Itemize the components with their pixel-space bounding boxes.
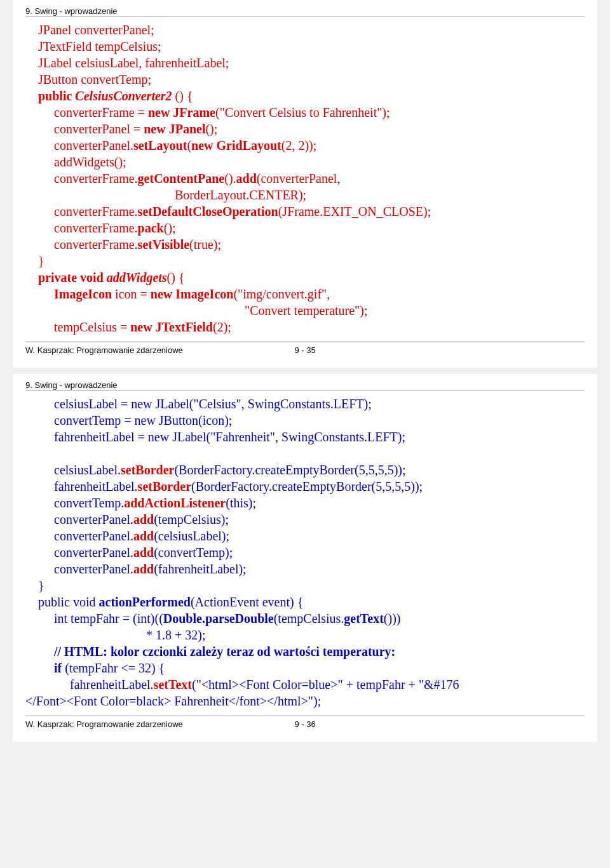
method: setDefaultCloseOperation bbox=[138, 204, 278, 218]
keyword: new ImageIcon bbox=[151, 287, 234, 301]
method: pack bbox=[138, 221, 164, 235]
keyword: if bbox=[54, 661, 62, 675]
method: getText bbox=[344, 611, 384, 625]
code-text: converterPanel. bbox=[54, 512, 133, 526]
class-name: CelsiusConverter2 bbox=[75, 89, 172, 103]
code-line: converterFrame = new JFrame("Convert Cel… bbox=[38, 104, 585, 121]
code-line: converterFrame.pack(); bbox=[38, 220, 585, 236]
code-line: int tempFahr = (int)((Double.parseDouble… bbox=[38, 610, 585, 627]
code-line: * 1.8 + 32); bbox=[38, 627, 585, 643]
code-text: (JFrame.EXIT_ON_CLOSE); bbox=[278, 204, 431, 218]
keyword: new JTextField bbox=[130, 320, 213, 334]
footer-author: W. Kasprzak: Programowanie zdarzeniowe bbox=[25, 345, 183, 355]
footer-author: W. Kasprzak: Programowanie zdarzeniowe bbox=[25, 719, 183, 729]
code-text: icon = bbox=[112, 287, 151, 301]
code-line: converterPanel.add(fahrenheitLabel); bbox=[38, 561, 585, 577]
code-line: converterPanel.add(convertTemp); bbox=[38, 544, 585, 561]
code-content: celsiusLabel = new JLabel("Celsius", Swi… bbox=[25, 396, 585, 709]
code-line: convertTemp = new JButton(icon); bbox=[38, 412, 585, 429]
keyword: public bbox=[38, 89, 72, 103]
page-number: 9 - 35 bbox=[294, 345, 315, 355]
method: setVisible bbox=[138, 237, 189, 251]
code-line: converterPanel.add(tempCelsius); bbox=[38, 511, 585, 528]
code-line: converterPanel.add(celsiusLabel); bbox=[38, 528, 585, 544]
code-line: converterFrame.setDefaultCloseOperation(… bbox=[38, 203, 585, 220]
code-line: addWidgets(); bbox=[38, 154, 585, 170]
code-content: JPanel converterPanel; JTextField tempCe… bbox=[25, 22, 585, 335]
code-text: (fahrenheitLabel); bbox=[154, 562, 246, 576]
method: add bbox=[133, 562, 154, 576]
code-text: converterFrame. bbox=[54, 204, 138, 218]
code-text: () { bbox=[175, 89, 193, 103]
code-text: (ActionEvent event) { bbox=[191, 595, 303, 609]
code-text: int tempFahr = (int)(( bbox=[54, 611, 163, 625]
code-text: (). bbox=[224, 171, 236, 185]
method: setBorder bbox=[121, 463, 174, 477]
code-text: tempCelsius = bbox=[54, 320, 130, 334]
code-line: celsiusLabel.setBorder(BorderFactory.cre… bbox=[38, 462, 585, 478]
code-line: private void addWidgets() { bbox=[38, 269, 585, 286]
code-line: public CelsiusConverter2 () { bbox=[38, 89, 193, 103]
code-text: celsiusLabel. bbox=[54, 463, 121, 477]
code-line: fahrenheitLabel.setText("<html><Font Col… bbox=[38, 676, 585, 693]
code-line: celsiusLabel = new JLabel("Celsius", Swi… bbox=[38, 396, 585, 412]
code-text: (true); bbox=[189, 237, 221, 251]
page-number: 9 - 36 bbox=[294, 719, 315, 729]
code-line: JButton convertTemp; bbox=[38, 72, 151, 86]
code-text: public void bbox=[38, 595, 99, 609]
code-text: (tempCelsius. bbox=[274, 611, 344, 625]
code-text: (tempFahr <= 32) { bbox=[62, 661, 165, 675]
slide-header: 9. Swing - wprowadzenie bbox=[25, 380, 585, 391]
code-text: converterPanel. bbox=[54, 529, 133, 543]
keyword: new JFrame bbox=[148, 105, 215, 119]
method: Double.parseDouble bbox=[163, 611, 274, 625]
code-text: converterFrame. bbox=[54, 237, 138, 251]
keyword: private void bbox=[38, 270, 107, 284]
keyword: new GridLayout bbox=[191, 138, 281, 152]
comment-line: // HTML: kolor czcionki zależy teraz od … bbox=[38, 643, 585, 660]
method-name: addWidgets bbox=[107, 270, 167, 284]
code-text: () { bbox=[167, 270, 185, 284]
code-text: converterPanel. bbox=[54, 562, 133, 576]
code-line: converterPanel.setLayout(new GridLayout(… bbox=[38, 137, 585, 154]
code-text: (BorderFactory.createEmptyBorder(5,5,5,5… bbox=[191, 479, 423, 493]
code-text: ())) bbox=[384, 611, 401, 625]
method: add bbox=[133, 545, 154, 559]
slide-header: 9. Swing - wprowadzenie bbox=[25, 6, 585, 17]
code-text: converterFrame = bbox=[54, 105, 148, 119]
code-line: converterFrame.getContentPane().add(conv… bbox=[38, 170, 585, 187]
code-text: converterFrame. bbox=[54, 221, 138, 235]
code-text: ("<html><Font Color=blue>" + tempFahr + … bbox=[192, 678, 459, 691]
method: setLayout bbox=[133, 138, 187, 152]
code-text: converterPanel = bbox=[54, 122, 144, 136]
code-text: (convertTemp); bbox=[154, 545, 233, 559]
code-text: converterPanel. bbox=[54, 138, 133, 152]
slide-footer: W. Kasprzak: Programowanie zdarzeniowe 9… bbox=[25, 716, 585, 729]
code-line: tempCelsius = new JTextField(2); bbox=[38, 319, 585, 335]
code-text: converterPanel. bbox=[54, 545, 133, 559]
code-line: fahrenheitLabel = new JLabel("Fahrenheit… bbox=[38, 429, 585, 445]
code-line: if (tempFahr <= 32) { bbox=[38, 660, 585, 676]
code-line: JPanel converterPanel; bbox=[38, 23, 154, 37]
method: actionPerformed bbox=[99, 595, 191, 609]
method: add bbox=[133, 529, 154, 543]
code-line: BorderLayout.CENTER); bbox=[38, 187, 585, 203]
code-text: (); bbox=[205, 122, 217, 136]
code-text: (2); bbox=[213, 320, 231, 334]
code-line: JTextField tempCelsius; bbox=[38, 39, 161, 53]
code-text: (2, 2)); bbox=[281, 138, 317, 152]
code-line: convertTemp.addActionListener(this); bbox=[38, 495, 585, 511]
slide-1: 9. Swing - wprowadzenie JPanel converter… bbox=[13, 0, 597, 368]
code-text: (converterPanel, bbox=[257, 171, 341, 185]
code-text: (); bbox=[164, 221, 176, 235]
code-line: converterPanel = new JPanel(); bbox=[38, 121, 585, 137]
code-line: } bbox=[38, 254, 44, 268]
method: add bbox=[236, 171, 257, 185]
code-line: fahrenheitLabel.setBorder(BorderFactory.… bbox=[38, 478, 585, 495]
code-text: (BorderFactory.createEmptyBorder(5,5,5,5… bbox=[174, 463, 405, 477]
method: add bbox=[133, 512, 154, 526]
code-text: ("Convert Celsius to Fahrenheit"); bbox=[215, 105, 390, 119]
code-text: ("img/convert.gif", bbox=[233, 287, 330, 301]
code-text: (celsiusLabel); bbox=[154, 529, 229, 543]
code-text: (this); bbox=[226, 496, 256, 510]
